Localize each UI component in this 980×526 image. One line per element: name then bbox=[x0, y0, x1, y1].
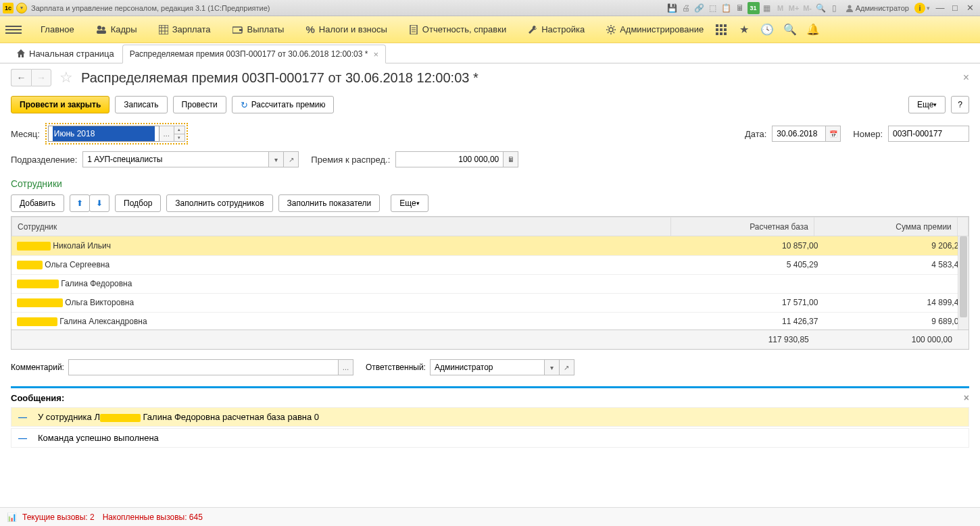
table-row[interactable]: Галина Александровна11 426,379 689,04 bbox=[11, 312, 969, 330]
menu-settings[interactable]: Настройка bbox=[517, 16, 595, 43]
col-base[interactable]: Расчетная база bbox=[670, 217, 814, 236]
dept-input[interactable] bbox=[82, 151, 269, 167]
fill-employees-button[interactable]: Заполнить сотрудников bbox=[166, 194, 272, 212]
message-item[interactable]: —Команда успешно выполнена bbox=[11, 428, 969, 448]
table-row[interactable]: Ольга Сергеевна5 405,294 583,44 bbox=[11, 255, 969, 274]
forward-button[interactable]: → bbox=[31, 69, 51, 86]
svg-point-1 bbox=[97, 26, 101, 30]
month-label: Месяц: bbox=[11, 129, 40, 139]
col-bonus[interactable]: Сумма премии bbox=[814, 217, 957, 236]
amount-label: Премия к распред.: bbox=[311, 155, 390, 165]
schedule-icon[interactable]: ▦ bbox=[761, 2, 773, 14]
home-tab-label: Начальная страница bbox=[29, 49, 114, 59]
menu-taxes[interactable]: %Налоги и взносы bbox=[295, 16, 397, 43]
compare-icon[interactable]: ⬚ bbox=[707, 2, 719, 14]
user-button[interactable]: Администратор bbox=[841, 4, 913, 12]
number-input[interactable] bbox=[888, 126, 969, 142]
dept-open-button[interactable]: ↗ bbox=[284, 151, 299, 167]
responsible-input[interactable] bbox=[430, 359, 545, 375]
date-input[interactable] bbox=[772, 126, 826, 142]
search-icon[interactable]: 🔍 bbox=[783, 23, 797, 36]
close-messages-button[interactable]: × bbox=[964, 392, 969, 403]
tab-bar: Начальная страница Распределяемая премия… bbox=[0, 43, 980, 63]
favorite-star-icon[interactable]: ☆ bbox=[59, 69, 73, 86]
menu-reports[interactable]: Отчетность, справки bbox=[398, 16, 517, 43]
history-icon[interactable]: 🕓 bbox=[760, 23, 774, 36]
maximize-button[interactable]: □ bbox=[948, 2, 962, 14]
refresh-icon: ↻ bbox=[241, 100, 248, 110]
status-bar: 📊 Текущие вызовы: 2 Накопленные вызовы: … bbox=[0, 507, 980, 526]
link-icon[interactable]: 🔗 bbox=[693, 2, 706, 14]
col-employee[interactable]: Сотрудник bbox=[12, 217, 671, 236]
info-button[interactable]: i bbox=[914, 3, 925, 14]
info-dropdown-icon[interactable]: ▾ bbox=[927, 5, 930, 11]
menu-salary[interactable]: Зарплата bbox=[148, 16, 222, 43]
post-and-close-button[interactable]: Провести и закрыть bbox=[11, 96, 109, 113]
favorites-icon[interactable]: ★ bbox=[737, 23, 751, 36]
close-page-button[interactable]: × bbox=[963, 72, 969, 84]
comment-ellipsis-button[interactable]: … bbox=[339, 359, 353, 375]
move-down-button[interactable]: ⬇ bbox=[89, 194, 109, 212]
month-down-button[interactable]: ▾ bbox=[174, 134, 185, 142]
help-button[interactable]: ? bbox=[951, 96, 969, 113]
pick-button[interactable]: Подбор bbox=[115, 194, 161, 212]
close-window-button[interactable]: ✕ bbox=[962, 2, 977, 14]
clipboard-icon[interactable]: 📋 bbox=[720, 2, 733, 14]
menu-payments[interactable]: Выплаты bbox=[222, 16, 295, 43]
apps-icon[interactable] bbox=[714, 23, 728, 36]
amount-input[interactable] bbox=[395, 151, 504, 167]
m-button[interactable]: M bbox=[775, 2, 787, 14]
m-minus-button[interactable]: M- bbox=[802, 2, 814, 14]
write-button[interactable]: Записать bbox=[115, 96, 167, 113]
user-icon bbox=[846, 4, 854, 12]
amount-calc-button[interactable]: 🖩 bbox=[504, 151, 518, 167]
burger-menu-button[interactable] bbox=[5, 22, 22, 38]
messages-title: Сообщения: bbox=[11, 393, 64, 403]
table-more-button[interactable]: Еще bbox=[391, 194, 428, 212]
post-button[interactable]: Провести bbox=[173, 96, 226, 113]
print-icon[interactable]: 🖨 bbox=[680, 2, 692, 14]
scrollbar[interactable] bbox=[958, 236, 969, 330]
close-tab-icon[interactable]: × bbox=[373, 49, 378, 59]
menu-main[interactable]: Главное bbox=[30, 16, 85, 43]
home-tab[interactable]: Начальная страница bbox=[8, 44, 122, 63]
zoom-icon[interactable]: 🔍 bbox=[815, 2, 827, 14]
message-item[interactable]: —У сотрудника Л Галина Федоровна расчетн… bbox=[11, 407, 969, 427]
menu-admin[interactable]: Администрирование bbox=[595, 16, 714, 43]
messages-separator bbox=[11, 386, 969, 388]
more-button[interactable]: Еще bbox=[908, 96, 946, 113]
menu-hr[interactable]: Кадры bbox=[85, 16, 148, 43]
dept-dropdown-button[interactable]: ▾ bbox=[269, 151, 284, 167]
table-row[interactable]: Галина Федоровна bbox=[11, 274, 969, 293]
fill-indicators-button[interactable]: Заполнить показатели bbox=[278, 194, 381, 212]
responsible-open-button[interactable]: ↗ bbox=[560, 359, 574, 375]
move-up-button[interactable]: ⬆ bbox=[70, 194, 90, 212]
panel-icon[interactable]: ▯ bbox=[829, 2, 841, 14]
notifications-icon[interactable]: 🔔 bbox=[806, 23, 820, 36]
minimize-button[interactable]: — bbox=[933, 2, 948, 14]
save-icon[interactable]: 💾 bbox=[666, 2, 679, 14]
responsible-dropdown-button[interactable]: ▾ bbox=[545, 359, 560, 375]
calendar-icon[interactable]: 31 bbox=[748, 2, 760, 14]
app-menu-dropdown[interactable]: ▾ bbox=[16, 3, 27, 14]
calculator-icon[interactable]: 🖩 bbox=[734, 2, 746, 14]
svg-point-0 bbox=[848, 5, 851, 8]
main-menu: Главное Кадры Зарплата Выплаты %Налоги и… bbox=[0, 16, 980, 43]
wallet-icon bbox=[232, 26, 243, 34]
month-ellipsis-button[interactable]: … bbox=[160, 126, 174, 142]
back-button[interactable]: ← bbox=[11, 69, 31, 86]
calculate-bonus-button[interactable]: ↻Рассчитать премию bbox=[232, 96, 335, 113]
add-row-button[interactable]: Добавить bbox=[11, 194, 64, 212]
table-row[interactable]: Ольга Викторовна17 571,0014 899,41 bbox=[11, 293, 969, 312]
month-input[interactable]: Июнь 2018 bbox=[48, 126, 160, 142]
comment-input[interactable] bbox=[68, 359, 339, 375]
m-plus-button[interactable]: M+ bbox=[788, 2, 800, 14]
number-label: Номер: bbox=[853, 129, 883, 139]
table-header-row: Сотрудник Расчетная база Сумма премии bbox=[12, 217, 969, 236]
month-up-button[interactable]: ▴ bbox=[174, 126, 185, 134]
page-title: Распределяемая премия 00ЗП-000177 от 30.… bbox=[81, 70, 479, 86]
date-picker-button[interactable]: 📅 bbox=[826, 126, 841, 142]
table-row[interactable]: Николай Ильич10 857,009 206,24 bbox=[11, 236, 969, 255]
document-tab[interactable]: Распределяемая премия 00ЗП-000177 от 30.… bbox=[122, 45, 386, 63]
total-bonus: 100 000,00 bbox=[814, 330, 958, 349]
